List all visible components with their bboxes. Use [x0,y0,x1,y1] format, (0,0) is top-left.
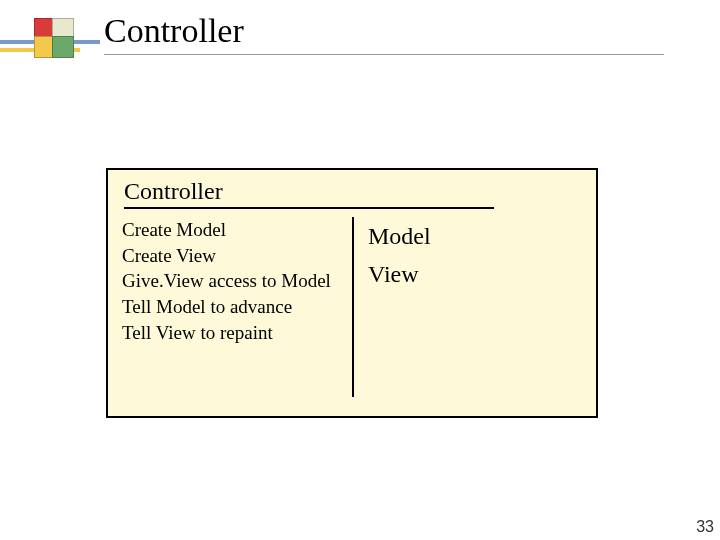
slide-title: Controller [104,12,244,49]
list-item: Tell View to repaint [122,320,342,346]
title-underline [104,54,664,55]
list-item: Create Model [122,217,342,243]
list-item: Model [368,217,431,255]
panel-columns: Create Model Create View Give.View acces… [122,217,582,397]
list-item: Give.View access to Model [122,268,342,294]
list-item: Tell Model to advance [122,294,342,320]
list-item: View [368,255,431,293]
panel-heading: Controller [124,178,582,205]
list-item: Create View [122,243,342,269]
page-number: 33 [696,518,714,536]
controller-responsibilities: Create Model Create View Give.View acces… [122,217,352,397]
controller-panel: Controller Create Model Create View Give… [106,168,598,418]
panel-heading-rule [124,207,494,209]
collaborators: Model View [354,217,431,397]
slide-header-icon [0,10,105,70]
logo-square-green-icon [52,36,74,58]
